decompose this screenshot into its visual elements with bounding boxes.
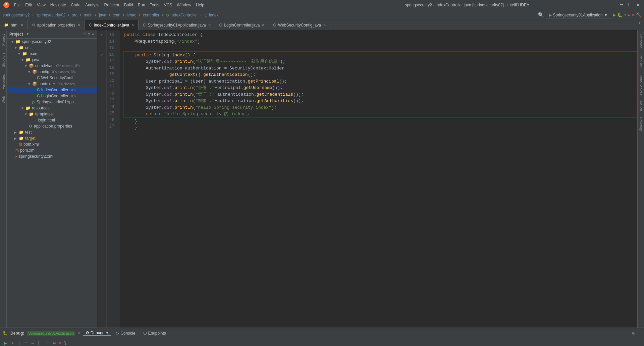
- debug-resume-btn[interactable]: ▶: [3, 340, 8, 346]
- console-tab-endpoints[interactable]: ⬡ Endpoints: [141, 331, 168, 336]
- tree-item-test[interactable]: ▶ 📁 test: [7, 129, 97, 135]
- panel-database[interactable]: Database: [638, 32, 643, 51]
- tree-item-com-lvhao[interactable]: ▼ 📦 com.lvhao 0% classes, 0%: [7, 63, 97, 69]
- sidebar-tool-settings[interactable]: ⚙: [88, 32, 90, 37]
- run-config-selector[interactable]: ▶ Springsecurity01Application ▼: [546, 12, 611, 18]
- menu-build[interactable]: Build: [122, 2, 135, 8]
- tree-item-controller[interactable]: ▼ 📦 controller 0% classes,: [7, 81, 97, 87]
- panel-planuml[interactable]: PlanUML: [638, 52, 643, 71]
- tree-item-templates[interactable]: ▼ 📁 templates: [7, 111, 97, 117]
- breadcrumb-main[interactable]: main: [84, 13, 93, 17]
- debug-stop-btn[interactable]: ■: [59, 341, 61, 346]
- tree-item-springsecurity01app[interactable]: ▷ Springsecurity01App...: [7, 99, 97, 105]
- tab-app-props-close[interactable]: ✕: [77, 23, 80, 27]
- debug-panel-close[interactable]: ─: [639, 331, 641, 336]
- tree-item-resources[interactable]: ▼ 📁 resources: [7, 105, 97, 111]
- panel-icons-servers[interactable]: Icons Servers: [638, 72, 643, 98]
- gutter-run-icon[interactable]: ▷: [101, 33, 103, 37]
- breadcrumb-java[interactable]: java: [99, 13, 106, 17]
- tree-item-indexcontroller[interactable]: C IndexController 0%: [7, 87, 97, 93]
- tree-item-login-html[interactable]: H login.html: [7, 117, 97, 123]
- sidebar-dropdown-icon[interactable]: ▼: [26, 32, 29, 37]
- tab-spring-app-close[interactable]: ✕: [208, 23, 211, 27]
- panel-tab-project[interactable]: Project: [1, 32, 6, 48]
- menu-file[interactable]: File: [12, 2, 22, 8]
- menu-window[interactable]: Window: [175, 2, 193, 8]
- close-button[interactable]: ✕: [635, 2, 641, 8]
- debug-scroll-btn[interactable]: ⤵: [63, 340, 68, 346]
- minimize-button[interactable]: ─: [619, 2, 624, 8]
- sidebar-tool-sync[interactable]: ⟳: [83, 32, 86, 37]
- debug-toolbar-sep: |: [37, 341, 44, 346]
- menu-vcs[interactable]: VCS: [162, 2, 174, 8]
- menu-tools[interactable]: Tools: [148, 2, 161, 8]
- tree-item-config[interactable]: ▼ 📦 config 0% classes, 0%: [7, 69, 97, 75]
- menu-refactor[interactable]: Refactor: [102, 2, 121, 8]
- menu-navigate[interactable]: Navigate: [48, 2, 68, 8]
- debug-step-into-btn[interactable]: ↓: [16, 340, 22, 346]
- run-button[interactable]: ▶: [613, 12, 616, 18]
- menu-edit[interactable]: Edit: [23, 2, 34, 8]
- breadcrumb-index[interactable]: index: [209, 13, 219, 17]
- maximize-button[interactable]: □: [627, 2, 632, 8]
- panel-maven[interactable]: Maven: [638, 98, 643, 114]
- tab-spring-app[interactable]: C Springsecurity01Application.java ✕: [139, 20, 215, 30]
- debug-evaluate-btn[interactable]: ≡: [45, 340, 50, 346]
- debug-button[interactable]: 🐛: [617, 12, 623, 18]
- tree-item-main[interactable]: ▼ 📁 main: [7, 51, 97, 57]
- tab-websec-cfg[interactable]: C WebSecurityConfig.java ✕: [269, 20, 330, 30]
- more-button[interactable]: ▸: [628, 12, 631, 18]
- breadcrumb-springsecurity2[interactable]: springsecurity2: [3, 13, 30, 17]
- tab-index-ctrl[interactable]: C IndexController.java ✕: [85, 20, 139, 30]
- sidebar-tool-collapse[interactable]: ≡: [92, 32, 94, 37]
- debug-frames-btn[interactable]: ⊡: [52, 340, 57, 346]
- panel-coverage[interactable]: Coverage: [638, 114, 643, 134]
- debug-close-btn[interactable]: ✕: [78, 331, 80, 335]
- panel-tab-favorites[interactable]: Favorites: [1, 71, 6, 92]
- debug-run-to-cursor-btn[interactable]: →: [30, 340, 36, 346]
- code-area[interactable]: public class IndexController { @RequestM…: [120, 30, 637, 328]
- tab-login-ctrl-close[interactable]: ✕: [262, 23, 265, 27]
- tree-item-src[interactable]: ▼ 📁 src: [7, 45, 97, 51]
- tab-more-button[interactable]: ▸: [636, 20, 644, 30]
- debug-step-out-btn[interactable]: ↑: [23, 340, 29, 346]
- tree-item-springsecurity2-xml[interactable]: x springsecurity2.xml: [7, 153, 97, 159]
- debug-toolbar: ▶ ↷ ↓ ↑ → | ≡ ⊡ ■ ⤵: [0, 338, 644, 346]
- menu-code[interactable]: Code: [69, 2, 83, 8]
- debug-step-over-btn[interactable]: ↷: [9, 340, 15, 346]
- tab-websec-cfg-close[interactable]: ✕: [323, 23, 326, 27]
- panel-tab-structure[interactable]: Structure: [1, 50, 6, 70]
- tree-item-app-properties[interactable]: ⚙ application.properties: [7, 123, 97, 129]
- tree-item-websecurityconfig[interactable]: C WebSecurityConfi...: [7, 75, 97, 81]
- build-button[interactable]: 🔨: [636, 12, 641, 18]
- tab-index-ctrl-close[interactable]: ✕: [131, 23, 134, 27]
- tree-item-logincontroller[interactable]: C LoginController 0%: [7, 93, 97, 99]
- coverage-button[interactable]: ☂: [624, 12, 627, 18]
- tree-item-springsecurity02[interactable]: ▼ 📁 springsecurity02: [7, 39, 97, 45]
- breadcrumb-springsecurity02[interactable]: springsecurity02: [36, 13, 65, 17]
- menu-analyze[interactable]: Analyze: [83, 2, 102, 8]
- breadcrumb-com[interactable]: com: [113, 13, 120, 17]
- breadcrumb-controller[interactable]: controller: [143, 13, 159, 17]
- tab-html-close[interactable]: ✕: [20, 23, 23, 27]
- tree-item-pom-xml-1[interactable]: m pom.xml: [7, 141, 97, 147]
- tree-item-pom-xml-2[interactable]: m pom.xml: [7, 147, 97, 153]
- panel-tab-web[interactable]: Web: [1, 93, 6, 106]
- nav-search-icon[interactable]: 🔍: [538, 12, 544, 18]
- breadcrumb-lvhao[interactable]: lvhao: [127, 13, 137, 17]
- menu-view[interactable]: View: [35, 2, 48, 8]
- console-tab-console[interactable]: ▷ Console: [113, 331, 138, 336]
- breadcrumb-indexcontroller[interactable]: IndexController: [170, 13, 198, 17]
- gutter-run-icon[interactable]: ▷: [101, 52, 103, 57]
- breadcrumb-src[interactable]: src: [72, 13, 77, 17]
- menu-help[interactable]: Help: [194, 2, 206, 8]
- tab-login-ctrl[interactable]: C LoginController.java ✕: [215, 20, 269, 30]
- tab-app-props[interactable]: ⚙ application.properties ✕: [28, 20, 85, 30]
- tree-item-target[interactable]: ▶ 📁 target: [7, 135, 97, 141]
- console-tab-debugger[interactable]: ⚙ Debugger: [83, 331, 111, 336]
- menu-run[interactable]: Run: [136, 2, 147, 8]
- tree-item-java[interactable]: ▼ 📁 java: [7, 57, 97, 63]
- stop-button[interactable]: ■: [632, 12, 635, 18]
- tab-html[interactable]: 📁 html ✕: [0, 20, 28, 30]
- debug-settings-icon[interactable]: ⚙: [632, 331, 635, 336]
